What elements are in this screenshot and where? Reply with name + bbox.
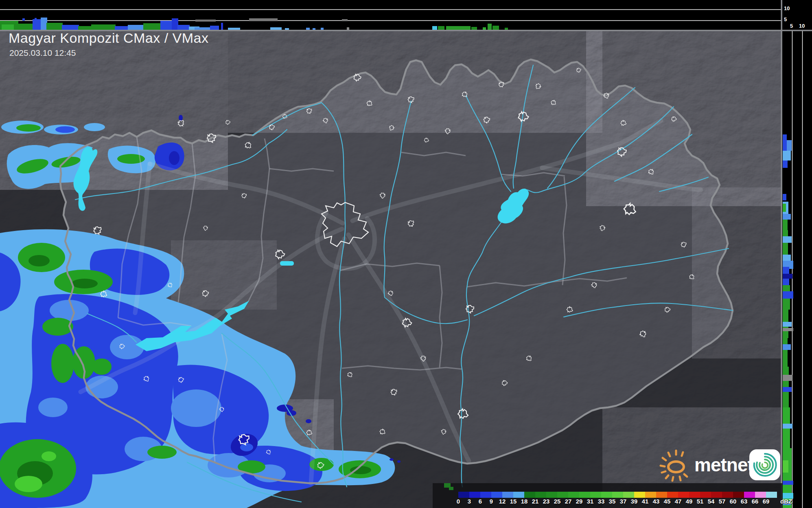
legend-tick-label: 47 — [675, 498, 682, 505]
legend-cell — [722, 492, 733, 498]
dbz-legend: 0369121518212325272931333537394143454749… — [433, 483, 783, 508]
legend-tick-label: 18 — [521, 498, 528, 505]
legend-cell — [535, 492, 546, 498]
radar-map-canvas — [0, 0, 812, 508]
legend-tick-label: 3 — [468, 498, 471, 505]
legend-tick-label: 43 — [653, 498, 660, 505]
top-strip-scale-10km: 10 — [784, 5, 790, 11]
legend-unit-label: dBZ — [780, 498, 792, 505]
legend-cell — [612, 492, 623, 498]
legend-tick-label: 66 — [752, 498, 759, 505]
legend-cell — [502, 492, 513, 498]
map-area — [0, 31, 781, 508]
legend-tick-label: 63 — [741, 498, 748, 505]
legend-cell — [491, 492, 502, 498]
legend-tick-label: 31 — [587, 498, 594, 505]
page-title: Magyar Kompozit CMax / VMax — [9, 30, 209, 46]
lake-velence — [280, 261, 294, 266]
legend-cell — [678, 492, 689, 498]
legend-cell — [458, 492, 469, 498]
legend-cell — [623, 492, 634, 498]
legend-cell — [469, 492, 480, 498]
right-strip-border — [781, 0, 783, 508]
metnet-logo: metnet — [659, 447, 781, 484]
legend-cell — [601, 492, 612, 498]
legend-cell — [766, 492, 777, 498]
legend-tick-label: 6 — [479, 498, 482, 505]
legend-tick-label: 60 — [730, 498, 737, 505]
legend-tick-label: 51 — [697, 498, 704, 505]
legend-cell — [733, 492, 744, 498]
legend-tick-label: 12 — [499, 498, 506, 505]
legend-tick-label: 69 — [763, 498, 770, 505]
legend-cell — [546, 492, 557, 498]
legend-cell — [667, 492, 678, 498]
legend-cell — [656, 492, 667, 498]
legend-bar — [458, 492, 777, 498]
legend-cell — [480, 492, 491, 498]
legend-cell — [579, 492, 590, 498]
top-profile-strip — [0, 0, 781, 30]
top-strip-scale-5km: 5 — [784, 16, 787, 22]
echo-speck — [449, 487, 453, 490]
legend-tick-label: 29 — [576, 498, 583, 505]
legend-tick-label: 41 — [642, 498, 649, 505]
legend-tick-label: 54 — [708, 498, 715, 505]
legend-cell — [513, 492, 524, 498]
timestamp: 2025.03.10 12:45 — [9, 48, 76, 58]
legend-cell — [755, 492, 766, 498]
legend-tick-label: 35 — [609, 498, 616, 505]
legend-cell — [645, 492, 656, 498]
legend-tick-label: 21 — [532, 498, 539, 505]
legend-tick-label: 39 — [631, 498, 638, 505]
legend-tick-label: 49 — [686, 498, 693, 505]
right-strip-scale-5km: 5 — [790, 23, 793, 29]
legend-cell — [744, 492, 755, 498]
metnet-app-icon — [749, 449, 781, 481]
legend-tick-label: 25 — [554, 498, 561, 505]
right-strip-scale-10km: 10 — [799, 23, 805, 29]
legend-cell — [557, 492, 568, 498]
radar-composite-view: Magyar Kompozit CMax / VMax 2025.03.10 1… — [0, 0, 812, 508]
legend-cell — [700, 492, 711, 498]
legend-tick-label: 0 — [457, 498, 460, 505]
legend-cell — [590, 492, 601, 498]
right-profile-strip — [782, 31, 812, 508]
legend-tick-label: 27 — [565, 498, 572, 505]
legend-cell — [634, 492, 645, 498]
legend-tick-label: 37 — [620, 498, 627, 505]
legend-tick-label: 45 — [664, 498, 671, 505]
legend-cell — [568, 492, 579, 498]
legend-tick-label: 9 — [490, 498, 493, 505]
legend-tick-label: 15 — [510, 498, 517, 505]
legend-tick-label: 33 — [598, 498, 605, 505]
legend-cell — [524, 492, 535, 498]
sun-icon — [659, 449, 693, 482]
legend-tick-label: 23 — [543, 498, 550, 505]
legend-cell — [689, 492, 700, 498]
legend-cell — [711, 492, 722, 498]
legend-tick-label: 57 — [719, 498, 726, 505]
logo-wordmark: metnet — [694, 454, 753, 476]
